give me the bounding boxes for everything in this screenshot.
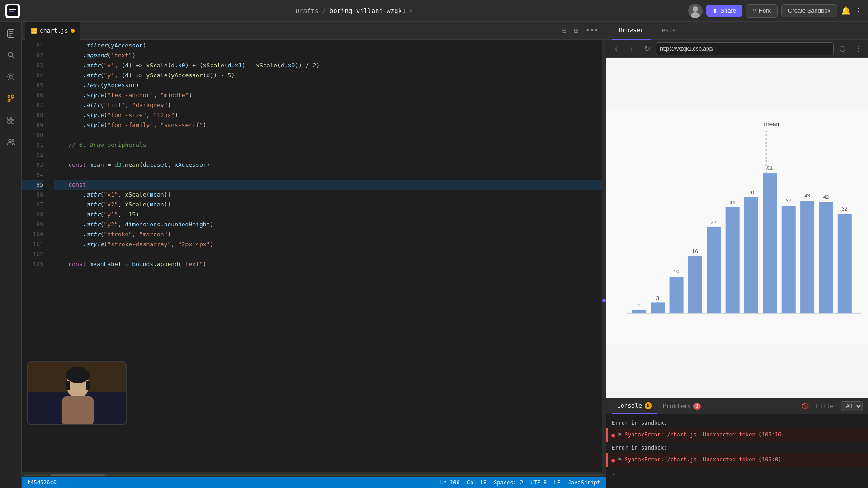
bar-6 bbox=[744, 197, 758, 313]
spaces[interactable]: Spaces: 2 bbox=[494, 479, 523, 486]
sidebar-item-users[interactable] bbox=[4, 135, 18, 149]
filter-label: Filter bbox=[816, 403, 837, 409]
breadcrumb-file[interactable]: boring-villani-wzqk1 bbox=[330, 7, 406, 14]
browser-more[interactable]: ⋮ bbox=[852, 42, 864, 55]
url-bar[interactable] bbox=[656, 42, 834, 55]
topbar: Drafts / boring-villani-wzqk1 ✎ ⬆ Share … bbox=[0, 0, 868, 22]
bar-5 bbox=[726, 207, 740, 314]
editor-tab-chartjs[interactable]: JS chart.js bbox=[25, 22, 80, 40]
fork-button[interactable]: ⑂ Fork bbox=[746, 4, 778, 18]
editor-scrollbar[interactable] bbox=[22, 472, 606, 477]
sidebar-item-git[interactable] bbox=[4, 91, 18, 106]
avatar[interactable] bbox=[688, 4, 703, 18]
svg-text:43: 43 bbox=[804, 193, 810, 198]
svg-text:36: 36 bbox=[730, 200, 736, 205]
cursor-col[interactable]: Col 18 bbox=[467, 479, 486, 486]
scroll-track[interactable] bbox=[24, 474, 604, 476]
sidebar-item-extensions[interactable] bbox=[4, 113, 18, 127]
svg-point-9 bbox=[8, 52, 13, 57]
console-panel: Console 0 Problems 1 🚫 Filter All bbox=[606, 398, 868, 488]
error-expand-1[interactable]: ▶ bbox=[618, 431, 622, 437]
tab-browser[interactable]: Browser bbox=[612, 22, 651, 40]
svg-point-14 bbox=[11, 95, 14, 98]
svg-text:32: 32 bbox=[842, 206, 848, 211]
svg-point-19 bbox=[9, 139, 11, 142]
svg-text:27: 27 bbox=[711, 220, 717, 225]
chart-visualization: mean 1 3 10 bbox=[606, 58, 868, 398]
share-button[interactable]: ⬆ Share bbox=[706, 5, 742, 17]
app-logo[interactable] bbox=[5, 4, 20, 18]
svg-rect-2 bbox=[9, 11, 14, 12]
more-editor-options[interactable]: ••• bbox=[584, 24, 600, 37]
split-editor-button[interactable]: ⊟ bbox=[561, 24, 569, 37]
console-tabs: Console 0 Problems 1 🚫 Filter All bbox=[606, 398, 868, 414]
right-panel: Browser Tests ‹ › ↻ ⬡ ⋮ mean bbox=[606, 22, 868, 488]
video-overlay bbox=[27, 361, 127, 425]
more-options-button[interactable]: ⋮ bbox=[854, 6, 863, 16]
console-tab-problems[interactable]: Problems 1 bbox=[657, 398, 707, 414]
sidebar-left bbox=[0, 22, 22, 488]
breadcrumb-drafts[interactable]: Drafts bbox=[296, 7, 319, 14]
console-content: Error in sandbox: ● ▶ SyntaxError: /char… bbox=[606, 414, 868, 488]
svg-text:10: 10 bbox=[674, 269, 679, 274]
wordwrap-button[interactable]: ⊞ bbox=[572, 24, 580, 37]
console-error-1: ● ▶ SyntaxError: /chart.js: Unexpected t… bbox=[606, 428, 868, 442]
browser-forward[interactable]: › bbox=[625, 42, 638, 55]
svg-line-10 bbox=[12, 56, 14, 58]
svg-text:40: 40 bbox=[748, 190, 754, 195]
console-tab-console[interactable]: Console 0 bbox=[612, 398, 657, 414]
svg-rect-17 bbox=[8, 121, 10, 123]
notifications-button[interactable]: 🔔 bbox=[841, 6, 851, 16]
error-text-1: SyntaxError: /chart.js: Unexpected token… bbox=[625, 431, 785, 439]
browser-back[interactable]: ‹ bbox=[610, 42, 623, 55]
bar-1 bbox=[651, 302, 665, 313]
svg-text:37: 37 bbox=[786, 198, 792, 203]
error-icon-1: ● bbox=[611, 432, 615, 439]
filter-dropdown[interactable]: All bbox=[841, 401, 863, 411]
create-sandbox-button[interactable]: Create Sandbox bbox=[781, 4, 837, 17]
svg-rect-0 bbox=[7, 5, 18, 16]
bar-8 bbox=[782, 206, 796, 313]
tab-tests[interactable]: Tests bbox=[651, 22, 683, 40]
sidebar-item-files[interactable] bbox=[4, 26, 18, 41]
browser-toolbar: ‹ › ↻ ⬡ ⋮ bbox=[606, 40, 868, 58]
scroll-thumb[interactable] bbox=[51, 474, 105, 476]
code-content[interactable]: .filter(yAccessor) .append("text") .attr… bbox=[47, 40, 606, 472]
error-expand-2[interactable]: ▶ bbox=[618, 455, 622, 462]
svg-point-42 bbox=[66, 367, 90, 383]
mean-label: mean bbox=[764, 121, 779, 127]
editor-tab-actions: ⊟ ⊞ ••• bbox=[561, 24, 602, 37]
language-mode[interactable]: JavaScript bbox=[568, 479, 600, 486]
scroll-indicator bbox=[602, 299, 606, 302]
browser-tabs: Browser Tests bbox=[606, 22, 868, 40]
error-label-1: Error in sandbox: bbox=[606, 418, 868, 428]
browser-content: mean 1 3 10 bbox=[606, 58, 868, 398]
console-actions: 🚫 Filter All bbox=[798, 401, 863, 411]
sidebar-item-settings[interactable] bbox=[4, 70, 18, 84]
sidebar-item-search[interactable] bbox=[4, 48, 18, 62]
svg-rect-43 bbox=[66, 381, 70, 390]
svg-point-12 bbox=[8, 95, 10, 98]
bar-4 bbox=[707, 227, 721, 313]
bar-7 bbox=[763, 173, 777, 313]
editor-tabs: JS chart.js ⊟ ⊞ ••• bbox=[22, 22, 606, 40]
svg-text:1: 1 bbox=[637, 303, 640, 308]
line-ending[interactable]: LF bbox=[554, 479, 560, 486]
svg-point-3 bbox=[693, 6, 698, 12]
bar-3 bbox=[688, 256, 702, 313]
console-bottom-chevron[interactable]: › bbox=[606, 468, 868, 480]
open-new-tab[interactable]: ⬡ bbox=[836, 42, 849, 55]
main-area: JS chart.js ⊟ ⊞ ••• 8182838485 868788899… bbox=[0, 22, 868, 488]
bar-11 bbox=[838, 214, 852, 313]
edit-icon[interactable]: ✎ bbox=[409, 8, 412, 14]
encoding[interactable]: UTF-8 bbox=[530, 479, 547, 486]
browser-refresh[interactable]: ↻ bbox=[641, 42, 653, 55]
git-branch[interactable]: f45d526c0 bbox=[27, 479, 57, 486]
breadcrumb-separator: / bbox=[322, 7, 326, 14]
svg-rect-15 bbox=[8, 117, 10, 120]
cursor-ln[interactable]: Ln 106 bbox=[440, 479, 459, 486]
console-clear[interactable]: 🚫 bbox=[798, 401, 812, 411]
console-badge: 0 bbox=[645, 402, 652, 409]
fork-icon: ⑂ bbox=[753, 7, 756, 14]
svg-rect-44 bbox=[86, 381, 90, 390]
